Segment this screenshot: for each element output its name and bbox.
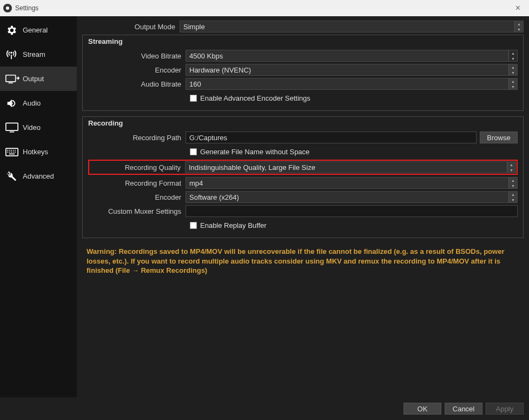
generate-filename-checkbox[interactable] bbox=[190, 148, 197, 155]
custom-muxer-input[interactable] bbox=[186, 205, 518, 217]
recording-title: Recording bbox=[88, 119, 518, 127]
recording-encoder-select[interactable]: Software (x264) ▲▼ bbox=[186, 191, 518, 203]
svg-rect-14 bbox=[15, 152, 16, 153]
recording-format-value: mp4 bbox=[189, 179, 203, 187]
output-mode-value: Simple bbox=[183, 23, 205, 31]
svg-rect-0 bbox=[6, 75, 16, 81]
output-mode-select[interactable]: Simple ▲▼ bbox=[180, 21, 524, 32]
streaming-encoder-label: Encoder bbox=[88, 66, 186, 74]
generate-filename-label: Generate File Name without Space bbox=[200, 148, 309, 156]
recording-path-label: Recording Path bbox=[88, 134, 186, 142]
sidebar-item-general[interactable]: General bbox=[0, 18, 77, 42]
svg-rect-15 bbox=[9, 153, 15, 154]
recording-quality-highlight: Recording Quality Indistinguishable Qual… bbox=[88, 160, 518, 175]
recording-quality-label: Recording Quality bbox=[90, 163, 185, 172]
speaker-icon bbox=[5, 97, 23, 109]
svg-rect-5 bbox=[7, 149, 8, 150]
sidebar-item-label: General bbox=[23, 26, 48, 34]
window-title: Settings bbox=[15, 4, 38, 12]
replay-buffer-checkbox[interactable] bbox=[190, 222, 197, 229]
sidebar-item-video[interactable]: Video bbox=[0, 115, 77, 140]
titlebar: Settings × bbox=[0, 0, 529, 16]
close-button[interactable]: × bbox=[510, 3, 526, 13]
streaming-encoder-value: Hardware (NVENC) bbox=[189, 66, 251, 74]
svg-rect-7 bbox=[11, 149, 12, 150]
svg-rect-9 bbox=[15, 149, 16, 150]
svg-rect-8 bbox=[13, 149, 14, 150]
recording-encoder-value: Software (x264) bbox=[189, 193, 239, 201]
svg-rect-10 bbox=[7, 152, 8, 153]
output-mode-label: Output Mode bbox=[82, 23, 180, 31]
video-bitrate-label: Video Bitrate bbox=[88, 52, 186, 60]
content-area: Output Mode Simple ▲▼ Streaming Video Bi… bbox=[77, 16, 529, 397]
sidebar-item-audio[interactable]: Audio bbox=[0, 91, 77, 115]
recording-quality-select[interactable]: Indistinguishable Quality, Large File Si… bbox=[185, 161, 516, 173]
recording-encoder-label: Encoder bbox=[88, 193, 186, 201]
streaming-title: Streaming bbox=[88, 37, 518, 45]
advanced-encoder-checkbox[interactable] bbox=[190, 95, 197, 102]
svg-rect-6 bbox=[9, 149, 10, 150]
sidebar-item-hotkeys[interactable]: Hotkeys bbox=[0, 140, 77, 164]
svg-rect-3 bbox=[10, 131, 15, 132]
video-bitrate-value: 4500 Kbps bbox=[189, 52, 223, 60]
recording-format-select[interactable]: mp4 ▲▼ bbox=[186, 177, 518, 189]
sidebar-item-advanced[interactable]: Advanced bbox=[0, 164, 77, 188]
svg-rect-1 bbox=[9, 82, 13, 83]
apply-button[interactable]: Apply bbox=[486, 403, 524, 415]
gear-icon bbox=[5, 24, 23, 36]
antenna-icon bbox=[5, 49, 23, 61]
video-bitrate-input[interactable]: 4500 Kbps ▲▼ bbox=[186, 50, 518, 62]
streaming-group: Streaming Video Bitrate 4500 Kbps ▲▼ Enc… bbox=[82, 35, 524, 111]
footer: OK Cancel Apply bbox=[0, 397, 529, 420]
audio-bitrate-select[interactable]: 160 ▲▼ bbox=[186, 78, 518, 90]
recording-quality-value: Indistinguishable Quality, Large File Si… bbox=[189, 163, 315, 172]
audio-bitrate-label: Audio Bitrate bbox=[88, 80, 186, 88]
output-icon bbox=[5, 73, 23, 85]
streaming-encoder-select[interactable]: Hardware (NVENC) ▲▼ bbox=[186, 64, 518, 76]
sidebar: General Stream Output Audio Video bbox=[0, 16, 77, 397]
obs-logo-icon bbox=[3, 4, 12, 12]
audio-bitrate-value: 160 bbox=[189, 80, 201, 88]
cancel-button[interactable]: Cancel bbox=[445, 403, 482, 415]
recording-group: Recording Recording Path G:/Captures Bro… bbox=[82, 116, 524, 238]
recording-path-value: G:/Captures bbox=[189, 134, 227, 142]
recording-path-input[interactable]: G:/Captures bbox=[186, 132, 477, 143]
keyboard-icon bbox=[5, 146, 23, 158]
sidebar-item-output[interactable]: Output bbox=[0, 67, 77, 91]
sidebar-item-label: Output bbox=[23, 75, 44, 83]
sidebar-item-label: Stream bbox=[23, 50, 45, 58]
tools-icon bbox=[5, 170, 23, 182]
monitor-icon bbox=[5, 122, 23, 134]
custom-muxer-label: Custom Muxer Settings bbox=[88, 207, 186, 215]
warning-text: Warning: Recordings saved to MP4/MOV wil… bbox=[82, 244, 524, 279]
advanced-encoder-label: Enable Advanced Encoder Settings bbox=[200, 94, 310, 102]
svg-rect-2 bbox=[6, 123, 18, 130]
svg-rect-11 bbox=[9, 152, 10, 153]
ok-button[interactable]: OK bbox=[404, 403, 441, 415]
svg-rect-13 bbox=[13, 152, 14, 153]
replay-buffer-label: Enable Replay Buffer bbox=[200, 221, 267, 229]
browse-button[interactable]: Browse bbox=[480, 132, 518, 143]
sidebar-item-label: Hotkeys bbox=[23, 148, 48, 156]
sidebar-item-label: Advanced bbox=[23, 172, 54, 180]
sidebar-item-label: Video bbox=[23, 123, 41, 132]
sidebar-item-label: Audio bbox=[23, 99, 41, 107]
sidebar-item-stream[interactable]: Stream bbox=[0, 42, 77, 67]
recording-format-label: Recording Format bbox=[88, 179, 186, 187]
svg-rect-12 bbox=[11, 152, 12, 153]
